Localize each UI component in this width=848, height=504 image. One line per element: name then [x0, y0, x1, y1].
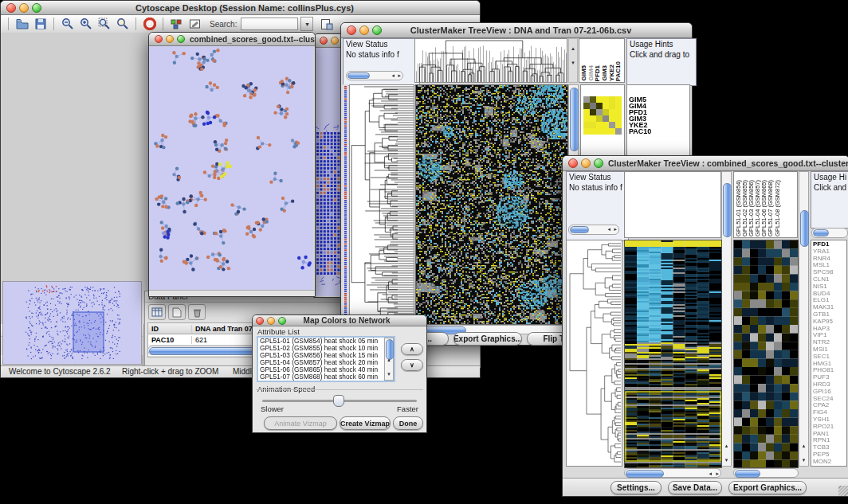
close-button[interactable]: [347, 25, 356, 35]
zoom-window-button[interactable]: [594, 158, 603, 168]
tv1-column-dendrogram[interactable]: [414, 38, 567, 83]
column-label[interactable]: GPL51-08 (GSM872): [775, 180, 781, 236]
tv2-export-graphics-button[interactable]: Export Graphics...: [728, 481, 807, 494]
status-zoom-hint: Right-click + drag to ZOOM: [122, 367, 218, 376]
resize-grip[interactable]: [838, 486, 848, 496]
tv2-usage-scrollbar[interactable]: [811, 228, 848, 238]
col-id[interactable]: ID: [148, 325, 192, 333]
view-status-scrollbar[interactable]: [346, 71, 403, 80]
column-label[interactable]: PAC10: [615, 61, 622, 81]
tv1-column-labels: GIM5GIM4PFD1GIM3YKE2PAC10: [579, 38, 625, 83]
scroll-down-icon[interactable]: [571, 60, 575, 65]
create-vizmap-button[interactable]: Create Vizmap: [340, 416, 391, 430]
scroll-up-icon[interactable]: [387, 357, 391, 362]
tv2-heatmap[interactable]: [624, 240, 722, 468]
tv1-row-dendrogram[interactable]: [349, 84, 414, 323]
zoom-window-button[interactable]: [177, 35, 185, 43]
minimize-button[interactable]: [581, 158, 591, 168]
tv2-main-hscrollbar[interactable]: [624, 468, 721, 478]
birds-eye-view[interactable]: [2, 281, 142, 365]
open-session-button[interactable]: [14, 17, 30, 32]
zoom-window-button[interactable]: [372, 25, 382, 35]
zoom-window-button[interactable]: [32, 3, 41, 13]
vizmap-nodes-button[interactable]: [168, 17, 185, 32]
minimize-button[interactable]: [331, 37, 339, 45]
tv1-mini-heatmap[interactable]: [583, 96, 622, 135]
tv2-titlebar[interactable]: ClusterMaker TreeView : combined_scores_…: [563, 156, 848, 171]
control-panel: Control Panel Network VizMapper™ ▶ Netwo…: [1, 324, 143, 366]
attribute-list-scrollbar[interactable]: [384, 338, 394, 381]
new-attribute-button[interactable]: [168, 304, 186, 320]
dialog-titlebar[interactable]: Map Colors to Network: [253, 315, 426, 326]
tv1-view-status-panel: View Status No status info f: [343, 38, 420, 86]
tv1-export-graphics-button[interactable]: Export Graphics...: [453, 332, 522, 346]
minimize-button[interactable]: [166, 35, 174, 43]
zoom-out-button[interactable]: [59, 17, 76, 32]
toolbar-separator: [8, 18, 9, 30]
move-up-button[interactable]: ∧: [401, 343, 423, 355]
close-button[interactable]: [155, 35, 163, 43]
minimize-button[interactable]: [359, 25, 369, 35]
close-button[interactable]: [256, 317, 264, 325]
scroll-right-icon[interactable]: [614, 226, 617, 232]
tv2-zoom-vscrollbar[interactable]: [799, 171, 809, 467]
tv2-settings-button[interactable]: Settings...: [610, 481, 662, 494]
tv2-zoom-hscrollbar[interactable]: [733, 468, 799, 478]
view-status-title: View Status: [346, 40, 417, 50]
move-down-button[interactable]: ∨: [401, 359, 423, 371]
help-button[interactable]: [141, 17, 158, 32]
scroll-down-icon[interactable]: [387, 371, 391, 377]
tv2-button-bar: Settings... Save Data... Export Graphics…: [563, 478, 848, 496]
scroll-left-icon[interactable]: [709, 471, 712, 476]
gene-label[interactable]: PAC10: [627, 128, 689, 135]
view-status-scrollbar[interactable]: [568, 225, 619, 235]
search-dropdown-icon[interactable]: ▼: [300, 17, 313, 31]
zoom-window-button[interactable]: [278, 317, 286, 325]
tv2-row-dendrogram[interactable]: [566, 240, 622, 467]
scroll-left-icon[interactable]: [607, 226, 610, 232]
scroll-right-icon[interactable]: [398, 72, 401, 78]
scroll-up-icon[interactable]: [803, 443, 806, 448]
scroll-up-icon[interactable]: [725, 443, 728, 448]
save-session-button[interactable]: [32, 17, 49, 32]
search-input[interactable]: [241, 18, 298, 30]
minimize-button[interactable]: [267, 317, 275, 325]
tv1-selection-strip[interactable]: [343, 84, 348, 323]
attribute-list-item[interactable]: GPL51-07 (GSM868) heat shock 60 min: [258, 373, 394, 381]
tv2-main-vscrollbar[interactable]: [721, 171, 732, 467]
done-button[interactable]: Done: [393, 416, 423, 430]
speed-slider-thumb[interactable]: [333, 395, 344, 407]
scroll-down-icon[interactable]: [725, 457, 728, 463]
select-attributes-button[interactable]: [148, 304, 166, 320]
tv2-column-tree-area[interactable]: [624, 171, 721, 238]
zoom-selected-button[interactable]: [114, 17, 131, 32]
zoom-in-button[interactable]: [77, 17, 94, 32]
minimize-button[interactable]: [19, 3, 29, 13]
tv1-heatmap[interactable]: [415, 84, 568, 325]
tv2-usage-hints-panel: Usage Hi Click and: [811, 171, 848, 229]
toolbar-separator: [135, 18, 136, 30]
import-attributes-button[interactable]: [318, 17, 335, 32]
animate-vizmap-button[interactable]: Animate Vizmap: [264, 416, 337, 430]
delete-attribute-button[interactable]: [188, 304, 206, 320]
scroll-down-icon[interactable]: [803, 457, 806, 463]
status-welcome: Welcome to Cytoscape 2.6.2: [9, 367, 111, 376]
net1-titlebar[interactable]: combined_scores_good.txt--cluste...: [149, 33, 315, 46]
net1-hscrollbar[interactable]: [149, 290, 315, 296]
zoom-fit-button[interactable]: [96, 17, 112, 32]
scroll-left-icon[interactable]: [391, 72, 395, 78]
tv2-zoom-heatmap[interactable]: [733, 240, 799, 468]
close-button[interactable]: [320, 37, 328, 45]
tv1-titlebar[interactable]: ClusterMaker TreeView : DNA and Tran 07-…: [341, 23, 692, 38]
close-button[interactable]: [6, 3, 16, 13]
scroll-right-icon[interactable]: [716, 471, 719, 476]
tv2-gene-list: PFD1YRA1RNR4MSL1SPC98CLN1NIS1BUD4ELG1MAK…: [811, 240, 847, 467]
main-titlebar[interactable]: Cytoscape Desktop (Session Name: collins…: [1, 1, 480, 15]
annotation-button[interactable]: [186, 17, 203, 32]
gene-label[interactable]: MON2: [811, 459, 846, 466]
network-canvas[interactable]: [149, 46, 313, 291]
tv2-save-data-button[interactable]: Save Data...: [668, 481, 722, 494]
scroll-up-icon[interactable]: [571, 45, 575, 51]
tv1-col-scroll-strip[interactable]: [568, 38, 578, 83]
close-button[interactable]: [568, 158, 578, 168]
